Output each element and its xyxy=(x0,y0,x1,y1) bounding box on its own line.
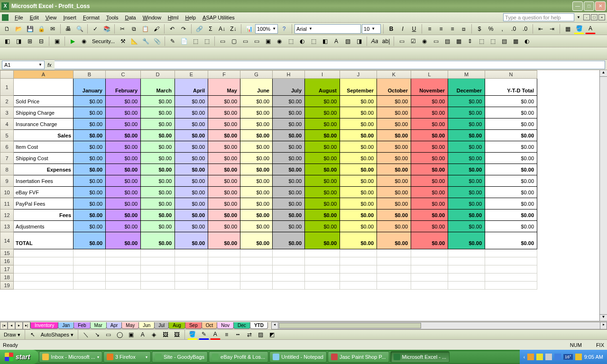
sheet-tab-mar[interactable]: Mar xyxy=(90,322,107,329)
system-tray[interactable]: ‹ 16° 9:05 AM xyxy=(520,350,607,364)
cell[interactable]: $0.00 xyxy=(485,232,537,249)
cell[interactable]: PayPal Fees xyxy=(14,198,74,209)
cell[interactable]: Sold Price xyxy=(14,96,74,107)
tab-nav-first-icon[interactable]: |◂ xyxy=(0,322,8,329)
tool-icon[interactable]: ✎ xyxy=(167,36,178,46)
cell[interactable] xyxy=(74,257,106,265)
cell[interactable]: $0.00 xyxy=(273,198,305,209)
row-header[interactable]: 17 xyxy=(0,265,14,273)
cell[interactable]: $0.00 xyxy=(448,198,485,209)
cell[interactable]: $0.00 xyxy=(240,141,273,153)
tool-icon[interactable]: ◧ xyxy=(320,36,330,46)
cell[interactable]: $0.00 xyxy=(106,164,141,175)
menu-help[interactable]: Help xyxy=(182,14,199,21)
cell[interactable]: $0.00 xyxy=(141,130,175,141)
cell[interactable]: $0.00 xyxy=(74,187,106,198)
dash-style-icon[interactable]: ┅ xyxy=(233,329,243,340)
taskbar-item[interactable]: eBay Profit & Los... xyxy=(209,351,268,363)
italic-icon[interactable]: I xyxy=(397,24,408,34)
cell[interactable]: $0.00 xyxy=(305,221,340,232)
sheet-tab-jan[interactable]: Jan xyxy=(58,322,74,329)
open-icon[interactable]: 📂 xyxy=(13,24,24,34)
cell[interactable]: $0.00 xyxy=(175,164,208,175)
cell[interactable]: $0.00 xyxy=(273,221,305,232)
cell[interactable] xyxy=(411,282,448,290)
row-header[interactable]: 2 xyxy=(0,96,14,107)
cell[interactable]: Insurance Charge xyxy=(14,118,74,130)
header-cell[interactable]: June xyxy=(240,79,273,96)
cell[interactable]: $0.00 xyxy=(305,96,340,107)
cell[interactable]: $0.00 xyxy=(208,232,240,249)
workbook-icon[interactable] xyxy=(2,14,9,21)
tool-icon[interactable]: ▭ xyxy=(240,36,250,46)
format-painter-icon[interactable]: 🖌 xyxy=(151,24,162,34)
cell[interactable]: $0.00 xyxy=(273,209,305,221)
cell[interactable]: $0.00 xyxy=(485,96,537,107)
cell[interactable]: $0.00 xyxy=(106,153,141,164)
cell[interactable] xyxy=(411,257,448,265)
menu-insert[interactable]: Insert xyxy=(60,14,80,21)
row-header[interactable]: 5 xyxy=(0,130,14,141)
cell[interactable]: $0.00 xyxy=(485,164,537,175)
cell[interactable] xyxy=(74,273,106,282)
sheet-tab-dec[interactable]: Dec xyxy=(233,322,250,329)
cell[interactable]: $0.00 xyxy=(106,107,141,118)
taskbar-item[interactable]: Untitled - Notepad xyxy=(269,351,327,363)
tool-icon[interactable]: ⇕ xyxy=(465,36,475,46)
cell[interactable]: Item Cost xyxy=(14,141,74,153)
comma-icon[interactable]: , xyxy=(497,24,507,34)
line-icon[interactable]: ＼ xyxy=(81,329,91,340)
tool-icon[interactable]: ▭ xyxy=(217,36,228,46)
cell[interactable] xyxy=(208,282,240,290)
cell[interactable]: $0.00 xyxy=(175,209,208,221)
menu-view[interactable]: View xyxy=(42,14,60,21)
column-header[interactable] xyxy=(0,71,14,79)
cell[interactable]: $0.00 xyxy=(340,96,377,107)
cell[interactable]: $0.00 xyxy=(74,118,106,130)
tray-icon[interactable] xyxy=(575,354,582,360)
doc-close-button[interactable]: × xyxy=(598,14,605,20)
cell[interactable]: $0.00 xyxy=(448,141,485,153)
cell[interactable]: $0.00 xyxy=(448,187,485,198)
maximize-button[interactable]: □ xyxy=(584,1,594,11)
cell[interactable]: $0.00 xyxy=(74,198,106,209)
cell[interactable]: $0.00 xyxy=(411,141,448,153)
undo-icon[interactable]: ↶ xyxy=(167,24,177,34)
tray-temperature[interactable]: 16° xyxy=(563,354,573,360)
tool-icon[interactable]: ▭ xyxy=(396,36,407,46)
taskbar-item[interactable]: 3 Firefox▾ xyxy=(103,351,151,363)
cell[interactable]: $0.00 xyxy=(273,96,305,107)
draw-menu[interactable]: Draw ▾ xyxy=(2,332,22,338)
header-cell[interactable]: October xyxy=(377,79,411,96)
align-center-icon[interactable]: ≡ xyxy=(436,24,446,34)
vertical-scrollbar[interactable]: ▲ ▼ xyxy=(599,70,607,321)
row-header[interactable]: 8 xyxy=(0,164,14,175)
cell[interactable]: $0.00 xyxy=(411,187,448,198)
cell[interactable] xyxy=(106,257,141,265)
cell[interactable]: $0.00 xyxy=(208,96,240,107)
cell[interactable]: $0.00 xyxy=(340,153,377,164)
cell[interactable]: $0.00 xyxy=(106,130,141,141)
decrease-indent-icon[interactable]: ⇤ xyxy=(535,24,546,34)
cell[interactable]: $0.00 xyxy=(240,232,273,249)
cell[interactable]: $0.00 xyxy=(305,232,340,249)
cell[interactable]: $0.00 xyxy=(305,118,340,130)
cell[interactable]: $0.00 xyxy=(448,130,485,141)
cell[interactable] xyxy=(240,273,273,282)
tool-icon[interactable]: ◉ xyxy=(79,36,89,46)
cell[interactable]: $0.00 xyxy=(208,187,240,198)
cell[interactable]: $0.00 xyxy=(175,198,208,209)
zoom-combo[interactable]: 100%▼ xyxy=(255,24,278,34)
cell[interactable]: $0.00 xyxy=(240,187,273,198)
oval-icon[interactable]: ◯ xyxy=(115,329,125,340)
email-icon[interactable]: ✉ xyxy=(47,24,58,34)
column-header[interactable]: N xyxy=(485,71,537,79)
help-search-input[interactable] xyxy=(503,13,574,21)
cell[interactable] xyxy=(377,249,411,257)
cell[interactable]: $0.00 xyxy=(377,107,411,118)
cell[interactable] xyxy=(273,249,305,257)
cell[interactable]: $0.00 xyxy=(175,141,208,153)
cell[interactable]: $0.00 xyxy=(485,198,537,209)
font-color-icon[interactable]: A xyxy=(210,329,221,340)
line-style-icon[interactable]: ≡ xyxy=(221,329,232,340)
